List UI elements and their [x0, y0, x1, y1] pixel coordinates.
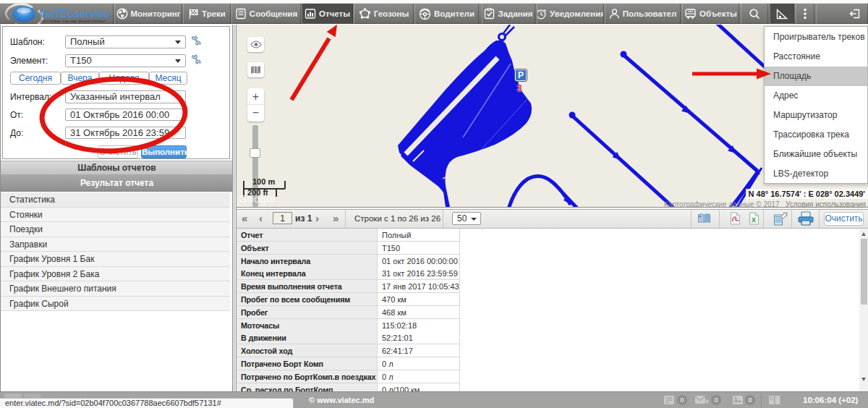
- svg-text:ViaTECservice: ViaTECservice: [39, 8, 109, 20]
- svg-text:СИСТЕМЫ ONLINE МОНИТОРИНГ: СИСТЕМЫ ONLINE МОНИТОРИНГ: [41, 20, 106, 23]
- svg-text:X: X: [752, 216, 756, 224]
